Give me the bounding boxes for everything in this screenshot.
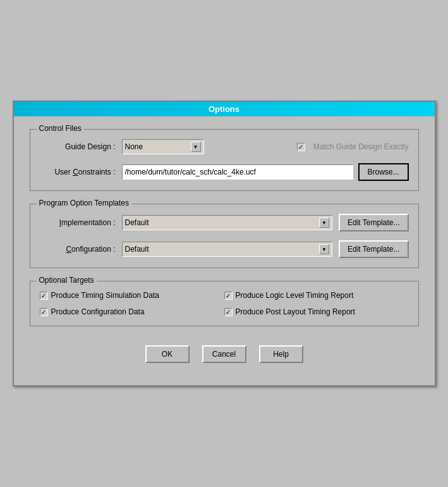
- guide-design-value: None: [125, 142, 191, 151]
- optional-item4: ✓ Produce Post Layout Timing Report: [224, 307, 409, 316]
- configuration-edit-template-button[interactable]: Edit Template...: [339, 240, 409, 258]
- logic-level-timing-label: Produce Logic Level Timing Report: [236, 291, 354, 300]
- implementation-row: Implementation : Default ▼ Edit Template…: [40, 214, 409, 231]
- guide-left: Guide Design : None ▼: [40, 139, 284, 154]
- control-files-title: Control Files: [37, 124, 84, 133]
- optional-item3: ✓ Produce Configuration Data: [40, 307, 224, 316]
- program-templates-title: Program Option Templates: [37, 199, 132, 207]
- timing-simulation-checkbox[interactable]: ✓: [40, 292, 48, 300]
- match-guide-checkbox[interactable]: ✓: [297, 143, 305, 151]
- user-constraints-input[interactable]: [122, 164, 353, 180]
- user-constraints-row: User Constraints : Browse...: [40, 163, 409, 181]
- configuration-row: Configuration : Default ▼ Edit Template.…: [40, 240, 409, 258]
- post-layout-timing-checkbox[interactable]: ✓: [224, 308, 233, 316]
- program-option-templates-group: Program Option Templates Implementation …: [30, 204, 419, 268]
- title-bar: Options: [14, 102, 435, 116]
- logic-level-timing-checkbox[interactable]: ✓: [224, 292, 233, 300]
- post-layout-timing-label: Produce Post Layout Timing Report: [236, 307, 355, 316]
- configuration-dropdown[interactable]: Default ▼: [122, 242, 333, 257]
- dialog-body: Control Files Guide Design : None ▼ ✓ Ma…: [14, 116, 435, 385]
- optional-targets-group: Optional Targets ✓ Produce Timing Simula…: [30, 281, 419, 326]
- dialog-title: Options: [209, 104, 239, 114]
- cancel-button[interactable]: Cancel: [202, 345, 246, 363]
- guide-design-row: Guide Design : None ▼ ✓ Match Guide Desi…: [40, 139, 409, 154]
- match-guide-label: Match Guide Design Exactly: [313, 142, 409, 151]
- configuration-data-label: Produce Configuration Data: [51, 307, 145, 316]
- options-dialog: Options Control Files Guide Design : Non…: [13, 101, 436, 386]
- ok-button[interactable]: OK: [145, 345, 190, 363]
- implementation-value: Default: [125, 218, 320, 227]
- timing-simulation-label: Produce Timing Simulation Data: [51, 291, 159, 300]
- optional-targets-row2: ✓ Produce Configuration Data ✓ Produce P…: [40, 307, 409, 316]
- match-guide-right: ✓ Match Guide Design Exactly: [297, 142, 409, 151]
- implementation-dropdown[interactable]: Default ▼: [122, 215, 333, 230]
- configuration-arrow[interactable]: ▼: [319, 244, 329, 254]
- implementation-edit-template-button[interactable]: Edit Template...: [339, 214, 409, 231]
- optional-item1: ✓ Produce Timing Simulation Data: [40, 291, 224, 300]
- match-guide-checkbox-container: ✓: [297, 143, 308, 151]
- guide-design-arrow[interactable]: ▼: [191, 142, 201, 152]
- browse-button[interactable]: Browse...: [358, 163, 409, 181]
- implementation-label: Implementation :: [40, 218, 122, 227]
- footer-buttons: OK Cancel Help: [30, 339, 419, 373]
- help-button[interactable]: Help: [259, 345, 303, 363]
- implementation-arrow[interactable]: ▼: [319, 218, 329, 228]
- optional-item2: ✓ Produce Logic Level Timing Report: [224, 291, 409, 300]
- configuration-data-checkbox[interactable]: ✓: [40, 308, 48, 316]
- configuration-label: Configuration :: [40, 245, 122, 254]
- configuration-value: Default: [125, 245, 320, 254]
- optional-targets-title: Optional Targets: [37, 276, 97, 285]
- user-constraints-label: User Constraints :: [40, 168, 122, 176]
- guide-design-dropdown[interactable]: None ▼: [122, 139, 204, 154]
- control-files-group: Control Files Guide Design : None ▼ ✓ Ma…: [30, 129, 419, 191]
- optional-targets-row1: ✓ Produce Timing Simulation Data ✓ Produ…: [40, 291, 409, 300]
- guide-design-label: Guide Design :: [40, 142, 122, 151]
